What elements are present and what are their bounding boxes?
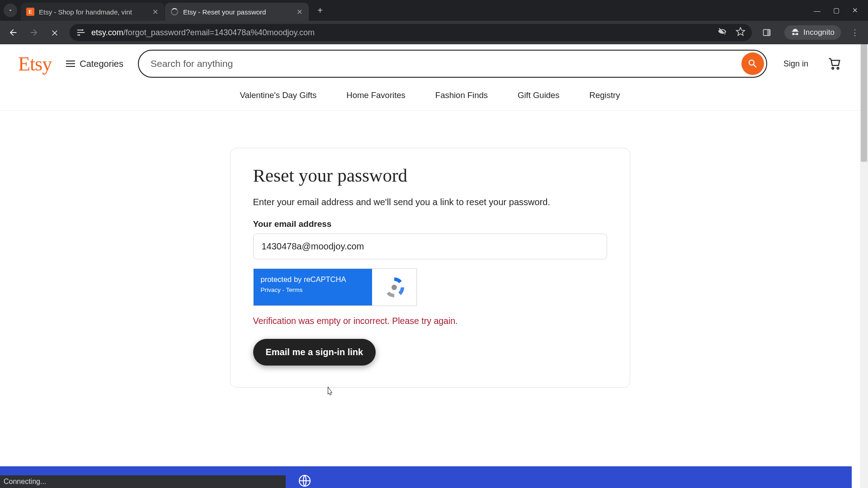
nav-item[interactable]: Registry xyxy=(588,88,622,103)
search-input[interactable] xyxy=(151,58,737,69)
back-button[interactable] xyxy=(5,24,22,41)
svg-rect-3 xyxy=(767,29,770,35)
tab-title: Etsy - Shop for handmade, vint xyxy=(39,8,146,16)
globe-icon xyxy=(297,474,312,488)
side-panel-icon[interactable] xyxy=(758,24,775,41)
tab-search-dropdown[interactable] xyxy=(4,4,17,17)
recaptcha-terms-link[interactable]: Terms xyxy=(286,286,303,293)
recaptcha-text: protected by reCAPTCHA xyxy=(261,275,365,284)
sign-in-link[interactable]: Sign in xyxy=(777,55,815,73)
site-settings-icon[interactable] xyxy=(76,28,86,38)
stop-reload-button[interactable] xyxy=(46,24,63,41)
categories-button[interactable]: Categories xyxy=(61,55,128,73)
incognito-indicator[interactable]: Incognito xyxy=(784,25,841,40)
search-button[interactable] xyxy=(741,52,764,75)
page-viewport: Etsy Categories Sign in Valentine's Day … xyxy=(0,44,868,488)
error-message: Verification was empty or incorrect. Ple… xyxy=(253,316,607,326)
cart-icon xyxy=(828,57,841,70)
minimize-icon[interactable]: — xyxy=(814,7,821,14)
svg-point-5 xyxy=(837,67,839,69)
svg-point-6 xyxy=(392,285,397,290)
browser-menu-button[interactable]: ⋮ xyxy=(846,24,863,41)
search-bar xyxy=(138,50,767,78)
browser-tab-bar: E Etsy - Shop for handmade, vint ✕ Etsy … xyxy=(0,0,868,21)
cart-button[interactable] xyxy=(825,54,844,74)
email-signin-link-button[interactable]: Email me a sign-in link xyxy=(253,339,376,366)
etsy-logo[interactable]: Etsy xyxy=(18,52,52,75)
scrollbar-track[interactable] xyxy=(860,44,868,488)
browser-tab-active[interactable]: Etsy - Reset your password ✕ xyxy=(165,3,309,21)
new-tab-button[interactable]: + xyxy=(313,3,327,18)
recaptcha-badge: protected by reCAPTCHA Privacy - Terms xyxy=(253,268,417,306)
browser-status-bar: Connecting... xyxy=(0,475,286,488)
recaptcha-logo-icon xyxy=(372,269,416,305)
nav-item[interactable]: Fashion Finds xyxy=(434,88,490,103)
category-nav: Valentine's Day Gifts Home Favorites Fas… xyxy=(0,83,860,111)
nav-item[interactable]: Gift Guides xyxy=(516,88,561,103)
address-bar[interactable]: etsy.com/forgot_password?email=1430478a%… xyxy=(70,24,752,41)
nav-item[interactable]: Valentine's Day Gifts xyxy=(238,88,319,103)
forward-button[interactable] xyxy=(25,24,42,41)
search-icon xyxy=(747,58,758,69)
bookmark-star-icon[interactable] xyxy=(736,27,745,39)
eye-off-icon[interactable] xyxy=(717,27,727,39)
svg-point-0 xyxy=(82,29,84,31)
scrollbar-thumb[interactable] xyxy=(861,44,867,162)
tab-title: Etsy - Reset your password xyxy=(183,8,291,16)
hamburger-icon xyxy=(66,59,75,69)
incognito-icon xyxy=(791,28,800,37)
etsy-favicon-icon: E xyxy=(26,8,34,16)
site-header: Etsy Categories Sign in xyxy=(0,44,860,83)
window-controls: — ▢ ✕ xyxy=(804,0,868,21)
loading-favicon-icon xyxy=(170,8,179,16)
instruction-text: Enter your email address and we'll send … xyxy=(253,197,607,207)
recaptcha-privacy-link[interactable]: Privacy xyxy=(261,286,281,293)
close-icon[interactable]: ✕ xyxy=(295,8,303,16)
browser-toolbar: etsy.com/forgot_password?email=1430478a%… xyxy=(0,21,868,44)
categories-label: Categories xyxy=(80,59,123,69)
email-field[interactable] xyxy=(253,234,607,259)
nav-item[interactable]: Home Favorites xyxy=(344,88,407,103)
close-window-icon[interactable]: ✕ xyxy=(852,6,858,14)
page-title: Reset your password xyxy=(253,164,607,186)
url-text: etsy.com/forgot_password?email=1430478a%… xyxy=(91,28,712,38)
email-label: Your email address xyxy=(253,219,607,229)
reset-password-card: Reset your password Enter your email add… xyxy=(230,148,630,388)
browser-tab[interactable]: E Etsy - Shop for handmade, vint ✕ xyxy=(21,3,165,21)
maximize-icon[interactable]: ▢ xyxy=(833,6,840,14)
incognito-label: Incognito xyxy=(803,28,835,37)
svg-point-4 xyxy=(832,67,834,69)
svg-point-1 xyxy=(79,34,80,36)
close-icon[interactable]: ✕ xyxy=(151,8,159,16)
